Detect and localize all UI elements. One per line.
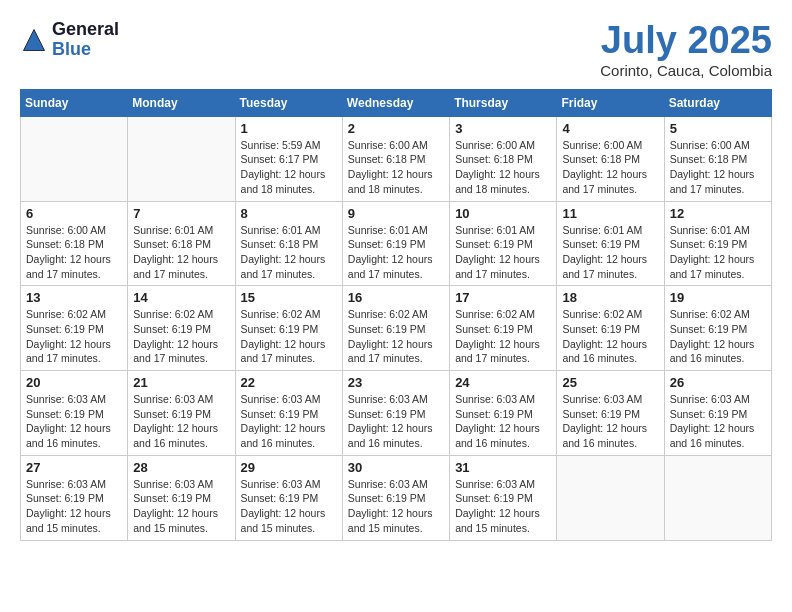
day-number: 5 xyxy=(670,121,766,136)
calendar-day-cell: 5Sunrise: 6:00 AM Sunset: 6:18 PM Daylig… xyxy=(664,116,771,201)
day-number: 20 xyxy=(26,375,122,390)
calendar-day-cell: 8Sunrise: 6:01 AM Sunset: 6:18 PM Daylig… xyxy=(235,201,342,286)
day-number: 6 xyxy=(26,206,122,221)
calendar-day-cell: 24Sunrise: 6:03 AM Sunset: 6:19 PM Dayli… xyxy=(450,371,557,456)
day-info: Sunrise: 6:02 AM Sunset: 6:19 PM Dayligh… xyxy=(670,307,766,366)
day-number: 28 xyxy=(133,460,229,475)
day-info: Sunrise: 6:03 AM Sunset: 6:19 PM Dayligh… xyxy=(241,477,337,536)
day-info: Sunrise: 6:03 AM Sunset: 6:19 PM Dayligh… xyxy=(26,477,122,536)
calendar-day-cell: 28Sunrise: 6:03 AM Sunset: 6:19 PM Dayli… xyxy=(128,455,235,540)
day-info: Sunrise: 6:03 AM Sunset: 6:19 PM Dayligh… xyxy=(455,392,551,451)
day-of-week-header: Sunday xyxy=(21,89,128,116)
calendar-day-cell: 16Sunrise: 6:02 AM Sunset: 6:19 PM Dayli… xyxy=(342,286,449,371)
calendar-week-row: 20Sunrise: 6:03 AM Sunset: 6:19 PM Dayli… xyxy=(21,371,772,456)
day-number: 22 xyxy=(241,375,337,390)
day-number: 15 xyxy=(241,290,337,305)
title-block: July 2025 Corinto, Cauca, Colombia xyxy=(600,20,772,79)
logo-blue: Blue xyxy=(52,40,119,60)
month-title: July 2025 xyxy=(600,20,772,62)
logo-icon xyxy=(20,26,48,54)
day-number: 9 xyxy=(348,206,444,221)
calendar-day-cell: 6Sunrise: 6:00 AM Sunset: 6:18 PM Daylig… xyxy=(21,201,128,286)
day-of-week-header: Wednesday xyxy=(342,89,449,116)
day-info: Sunrise: 6:02 AM Sunset: 6:19 PM Dayligh… xyxy=(455,307,551,366)
day-info: Sunrise: 6:00 AM Sunset: 6:18 PM Dayligh… xyxy=(26,223,122,282)
day-number: 24 xyxy=(455,375,551,390)
day-info: Sunrise: 6:02 AM Sunset: 6:19 PM Dayligh… xyxy=(241,307,337,366)
day-of-week-header: Tuesday xyxy=(235,89,342,116)
day-number: 27 xyxy=(26,460,122,475)
day-info: Sunrise: 6:00 AM Sunset: 6:18 PM Dayligh… xyxy=(455,138,551,197)
calendar-day-cell: 11Sunrise: 6:01 AM Sunset: 6:19 PM Dayli… xyxy=(557,201,664,286)
day-number: 26 xyxy=(670,375,766,390)
calendar-week-row: 13Sunrise: 6:02 AM Sunset: 6:19 PM Dayli… xyxy=(21,286,772,371)
day-info: Sunrise: 6:01 AM Sunset: 6:19 PM Dayligh… xyxy=(670,223,766,282)
calendar-week-row: 6Sunrise: 6:00 AM Sunset: 6:18 PM Daylig… xyxy=(21,201,772,286)
calendar-week-row: 27Sunrise: 6:03 AM Sunset: 6:19 PM Dayli… xyxy=(21,455,772,540)
day-info: Sunrise: 6:01 AM Sunset: 6:19 PM Dayligh… xyxy=(562,223,658,282)
calendar-table: SundayMondayTuesdayWednesdayThursdayFrid… xyxy=(20,89,772,541)
day-info: Sunrise: 6:02 AM Sunset: 6:19 PM Dayligh… xyxy=(348,307,444,366)
calendar-day-cell xyxy=(557,455,664,540)
day-info: Sunrise: 6:01 AM Sunset: 6:19 PM Dayligh… xyxy=(348,223,444,282)
day-info: Sunrise: 6:00 AM Sunset: 6:18 PM Dayligh… xyxy=(562,138,658,197)
day-of-week-header: Monday xyxy=(128,89,235,116)
day-number: 7 xyxy=(133,206,229,221)
day-number: 13 xyxy=(26,290,122,305)
day-info: Sunrise: 6:03 AM Sunset: 6:19 PM Dayligh… xyxy=(241,392,337,451)
day-info: Sunrise: 6:03 AM Sunset: 6:19 PM Dayligh… xyxy=(26,392,122,451)
calendar-day-cell: 25Sunrise: 6:03 AM Sunset: 6:19 PM Dayli… xyxy=(557,371,664,456)
logo-general: General xyxy=(52,20,119,40)
calendar-day-cell: 4Sunrise: 6:00 AM Sunset: 6:18 PM Daylig… xyxy=(557,116,664,201)
calendar-day-cell: 30Sunrise: 6:03 AM Sunset: 6:19 PM Dayli… xyxy=(342,455,449,540)
calendar-day-cell: 29Sunrise: 6:03 AM Sunset: 6:19 PM Dayli… xyxy=(235,455,342,540)
day-info: Sunrise: 6:00 AM Sunset: 6:18 PM Dayligh… xyxy=(670,138,766,197)
day-info: Sunrise: 6:03 AM Sunset: 6:19 PM Dayligh… xyxy=(133,477,229,536)
day-info: Sunrise: 6:03 AM Sunset: 6:19 PM Dayligh… xyxy=(348,392,444,451)
day-of-week-header: Thursday xyxy=(450,89,557,116)
day-info: Sunrise: 6:03 AM Sunset: 6:19 PM Dayligh… xyxy=(670,392,766,451)
day-number: 8 xyxy=(241,206,337,221)
calendar-day-cell: 15Sunrise: 6:02 AM Sunset: 6:19 PM Dayli… xyxy=(235,286,342,371)
day-number: 17 xyxy=(455,290,551,305)
day-number: 29 xyxy=(241,460,337,475)
calendar-day-cell: 17Sunrise: 6:02 AM Sunset: 6:19 PM Dayli… xyxy=(450,286,557,371)
day-number: 10 xyxy=(455,206,551,221)
day-info: Sunrise: 6:02 AM Sunset: 6:19 PM Dayligh… xyxy=(26,307,122,366)
day-number: 23 xyxy=(348,375,444,390)
svg-marker-0 xyxy=(24,29,45,50)
day-info: Sunrise: 6:03 AM Sunset: 6:19 PM Dayligh… xyxy=(455,477,551,536)
logo-text: General Blue xyxy=(52,20,119,60)
calendar-day-cell: 9Sunrise: 6:01 AM Sunset: 6:19 PM Daylig… xyxy=(342,201,449,286)
day-number: 3 xyxy=(455,121,551,136)
day-number: 31 xyxy=(455,460,551,475)
calendar-day-cell: 7Sunrise: 6:01 AM Sunset: 6:18 PM Daylig… xyxy=(128,201,235,286)
day-number: 30 xyxy=(348,460,444,475)
calendar-day-cell: 10Sunrise: 6:01 AM Sunset: 6:19 PM Dayli… xyxy=(450,201,557,286)
calendar-day-cell: 3Sunrise: 6:00 AM Sunset: 6:18 PM Daylig… xyxy=(450,116,557,201)
day-info: Sunrise: 6:01 AM Sunset: 6:18 PM Dayligh… xyxy=(241,223,337,282)
day-info: Sunrise: 6:01 AM Sunset: 6:19 PM Dayligh… xyxy=(455,223,551,282)
calendar-day-cell: 26Sunrise: 6:03 AM Sunset: 6:19 PM Dayli… xyxy=(664,371,771,456)
day-info: Sunrise: 6:03 AM Sunset: 6:19 PM Dayligh… xyxy=(348,477,444,536)
day-number: 19 xyxy=(670,290,766,305)
day-info: Sunrise: 6:03 AM Sunset: 6:19 PM Dayligh… xyxy=(133,392,229,451)
calendar-week-row: 1Sunrise: 5:59 AM Sunset: 6:17 PM Daylig… xyxy=(21,116,772,201)
day-of-week-header: Friday xyxy=(557,89,664,116)
day-of-week-header: Saturday xyxy=(664,89,771,116)
calendar-day-cell: 12Sunrise: 6:01 AM Sunset: 6:19 PM Dayli… xyxy=(664,201,771,286)
calendar-header-row: SundayMondayTuesdayWednesdayThursdayFrid… xyxy=(21,89,772,116)
day-number: 18 xyxy=(562,290,658,305)
calendar-day-cell: 22Sunrise: 6:03 AM Sunset: 6:19 PM Dayli… xyxy=(235,371,342,456)
day-number: 1 xyxy=(241,121,337,136)
day-number: 4 xyxy=(562,121,658,136)
day-info: Sunrise: 6:02 AM Sunset: 6:19 PM Dayligh… xyxy=(133,307,229,366)
day-number: 25 xyxy=(562,375,658,390)
logo: General Blue xyxy=(20,20,119,60)
calendar-day-cell: 13Sunrise: 6:02 AM Sunset: 6:19 PM Dayli… xyxy=(21,286,128,371)
calendar-day-cell: 2Sunrise: 6:00 AM Sunset: 6:18 PM Daylig… xyxy=(342,116,449,201)
day-info: Sunrise: 6:00 AM Sunset: 6:18 PM Dayligh… xyxy=(348,138,444,197)
calendar-day-cell: 19Sunrise: 6:02 AM Sunset: 6:19 PM Dayli… xyxy=(664,286,771,371)
calendar-day-cell xyxy=(21,116,128,201)
page-header: General Blue July 2025 Corinto, Cauca, C… xyxy=(20,20,772,79)
